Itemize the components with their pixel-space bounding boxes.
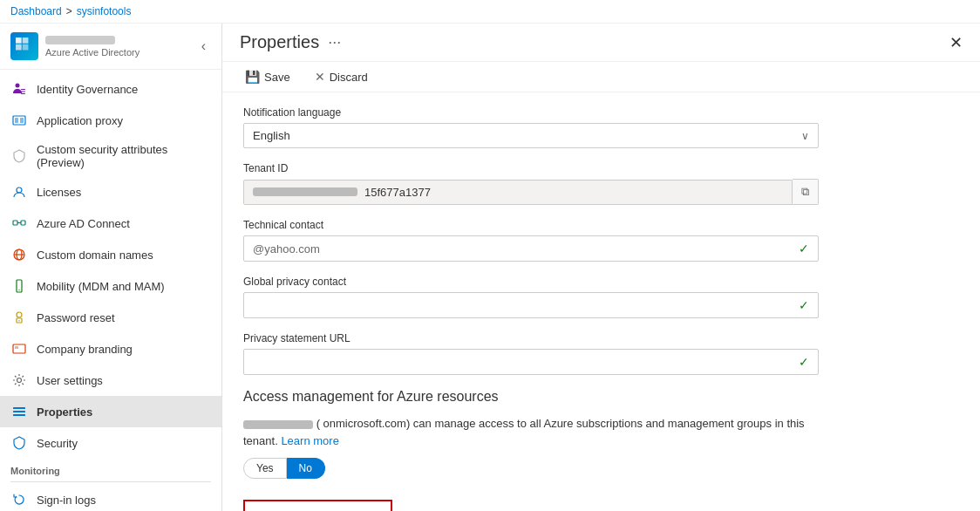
sidebar-item-label: Security bbox=[37, 437, 78, 450]
svg-point-4 bbox=[16, 84, 20, 88]
svg-rect-1 bbox=[23, 37, 29, 44]
chevron-down-icon: ∨ bbox=[801, 130, 809, 142]
mobility-icon bbox=[10, 277, 28, 295]
sidebar-item-label: Password reset bbox=[37, 311, 115, 324]
more-options-button[interactable]: ··· bbox=[328, 33, 341, 51]
learn-more-link[interactable]: Learn more bbox=[281, 434, 338, 447]
svg-point-11 bbox=[17, 187, 22, 193]
tenant-id-group: Tenant ID 15f677a1377 ⧉ bbox=[243, 162, 959, 205]
custom-security-icon bbox=[10, 147, 28, 165]
technical-contact-select[interactable]: @yahoo.com ✓ bbox=[243, 235, 819, 262]
sidebar-header: Azure Active Directory ‹ bbox=[0, 24, 221, 70]
save-label: Save bbox=[264, 71, 290, 84]
sidebar-title: Azure Active Directory bbox=[45, 36, 140, 58]
brand-redacted bbox=[45, 36, 115, 44]
sidebar-item-label: Application proxy bbox=[37, 114, 123, 127]
privacy-url-select[interactable]: ✓ bbox=[243, 349, 819, 375]
manage-security-defaults-container: Manage Security defaults bbox=[243, 493, 959, 511]
sidebar-item-label: Properties bbox=[37, 405, 92, 419]
check-icon: ✓ bbox=[799, 298, 809, 312]
global-privacy-label: Global privacy contact bbox=[243, 276, 959, 288]
licenses-icon bbox=[10, 183, 28, 201]
sidebar-item-application-proxy[interactable]: Application proxy bbox=[0, 105, 221, 136]
svg-point-25 bbox=[17, 378, 22, 383]
svg-point-20 bbox=[17, 312, 22, 317]
sidebar-nav: Identity Governance Application proxy Cu… bbox=[0, 70, 221, 511]
toolbar: 💾 Save ✕ Discard bbox=[222, 62, 980, 92]
svg-rect-0 bbox=[16, 37, 22, 44]
azure-logo bbox=[10, 32, 38, 60]
sidebar-item-properties[interactable]: Properties bbox=[0, 396, 221, 427]
technical-contact-label: Technical contact bbox=[243, 219, 959, 231]
custom-domain-icon bbox=[10, 246, 28, 263]
sidebar-item-security[interactable]: Security bbox=[0, 427, 221, 459]
password-reset-icon bbox=[10, 309, 28, 326]
sidebar-item-azure-ad-connect[interactable]: Azure AD Connect bbox=[0, 208, 221, 239]
svg-rect-12 bbox=[13, 221, 17, 225]
sidebar-item-user-settings[interactable]: User settings bbox=[0, 365, 221, 396]
tenant-id-label: Tenant ID bbox=[243, 162, 959, 174]
sidebar-item-label: Identity Governance bbox=[37, 83, 138, 96]
sidebar-collapse-button[interactable]: ‹ bbox=[196, 37, 211, 56]
svg-rect-26 bbox=[13, 407, 25, 409]
sidebar-item-password-reset[interactable]: Password reset bbox=[0, 302, 221, 333]
notification-language-label: Notification language bbox=[243, 106, 959, 119]
notification-language-select[interactable]: English ∨ bbox=[243, 123, 819, 148]
save-icon: 💾 bbox=[245, 70, 260, 84]
form-content: Notification language English ∨ Tenant I… bbox=[222, 92, 980, 511]
access-description: ( onmicrosoft.com) can manage access to … bbox=[243, 415, 819, 449]
sidebar-item-mobility[interactable]: Mobility (MDM and MAM) bbox=[0, 270, 221, 302]
global-privacy-group: Global privacy contact ✓ bbox=[243, 276, 959, 318]
svg-rect-5 bbox=[21, 89, 25, 90]
sidebar-item-label: Custom domain names bbox=[37, 249, 153, 262]
toggle-no-option[interactable]: No bbox=[287, 458, 325, 479]
sidebar-item-sign-in-logs[interactable]: Sign-in logs bbox=[0, 484, 221, 511]
sidebar-item-label: Custom security attributes (Preview) bbox=[37, 143, 211, 169]
svg-rect-24 bbox=[15, 346, 18, 349]
global-privacy-select[interactable]: ✓ bbox=[243, 292, 819, 318]
technical-contact-value: @yahoo.com bbox=[253, 242, 320, 256]
close-button[interactable]: ✕ bbox=[949, 33, 963, 52]
application-proxy-icon bbox=[10, 112, 28, 129]
breadcrumb-dashboard[interactable]: Dashboard bbox=[10, 5, 62, 17]
breadcrumb-separator: > bbox=[66, 5, 72, 17]
tenant-id-redacted bbox=[253, 187, 357, 196]
yes-no-toggle: Yes No bbox=[243, 458, 959, 479]
sidebar-item-label: Mobility (MDM and MAM) bbox=[37, 280, 165, 293]
copy-tenant-id-button[interactable]: ⧉ bbox=[793, 179, 819, 205]
manage-security-defaults-link[interactable]: Manage Security defaults bbox=[243, 500, 392, 511]
sidebar-item-licenses[interactable]: Licenses bbox=[0, 176, 221, 208]
svg-rect-10 bbox=[20, 118, 24, 123]
svg-rect-6 bbox=[21, 92, 25, 92]
check-icon: ✓ bbox=[799, 242, 809, 256]
discard-label: Discard bbox=[330, 71, 368, 84]
tenant-name-redacted bbox=[243, 420, 313, 429]
properties-header: Properties ··· ✕ bbox=[222, 24, 980, 62]
discard-button[interactable]: ✕ Discard bbox=[310, 67, 373, 86]
properties-icon bbox=[10, 403, 28, 420]
save-button[interactable]: 💾 Save bbox=[240, 67, 296, 86]
company-branding-icon bbox=[10, 340, 28, 358]
sidebar-item-label: Azure AD Connect bbox=[37, 217, 130, 230]
toggle-yes-option[interactable]: Yes bbox=[243, 458, 287, 479]
discard-icon: ✕ bbox=[315, 70, 325, 84]
svg-rect-13 bbox=[21, 221, 25, 225]
svg-rect-28 bbox=[13, 414, 25, 416]
svg-rect-2 bbox=[16, 44, 22, 51]
breadcrumb-tenant[interactable]: sysinfotools bbox=[77, 5, 132, 17]
notification-language-group: Notification language English ∨ bbox=[243, 106, 959, 148]
azure-ad-connect-icon bbox=[10, 215, 28, 232]
user-settings-icon bbox=[10, 371, 28, 389]
svg-rect-7 bbox=[21, 93, 25, 94]
sidebar-subtitle: Azure Active Directory bbox=[45, 47, 140, 58]
sidebar-item-identity-governance[interactable]: Identity Governance bbox=[0, 73, 221, 105]
sidebar-item-label: Sign-in logs bbox=[37, 494, 96, 507]
svg-rect-3 bbox=[23, 44, 29, 51]
sidebar-item-custom-domain[interactable]: Custom domain names bbox=[0, 239, 221, 270]
page-title: Properties bbox=[240, 32, 319, 52]
access-management-heading: Access management for Azure resources bbox=[243, 389, 959, 405]
svg-rect-27 bbox=[13, 411, 25, 412]
sidebar-item-label: Company branding bbox=[37, 343, 133, 356]
sidebar-item-company-branding[interactable]: Company branding bbox=[0, 333, 221, 365]
sidebar-item-custom-security[interactable]: Custom security attributes (Preview) bbox=[0, 136, 221, 176]
